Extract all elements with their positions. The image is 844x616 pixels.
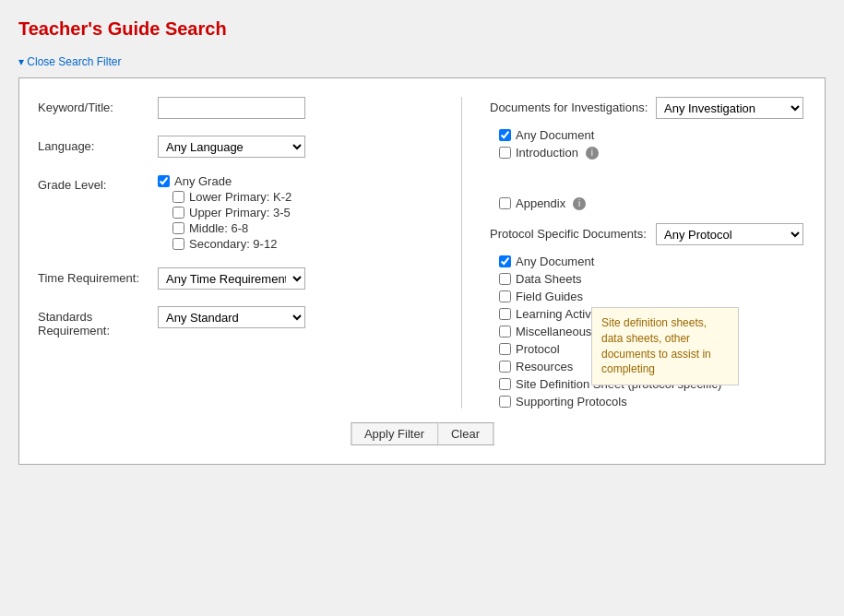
doc-intro-label: Introduction [516, 146, 578, 160]
grade-upper-label: Upper Primary: 3-5 [189, 206, 291, 219]
language-label: Language: [38, 136, 158, 153]
proto-field-label: Field Guides [516, 290, 583, 303]
grade-label: Grade Level: [38, 174, 158, 192]
grade-lower-label: Lower Primary: K-2 [189, 190, 291, 204]
doc-appendix-item: Appendix i [499, 196, 806, 210]
investigation-select[interactable]: Any Investigation Investigation 1 Invest… [656, 97, 803, 119]
apply-button[interactable]: Apply Filter [351, 422, 438, 445]
clear-button[interactable]: Clear [438, 422, 493, 445]
proto-supporting-checkbox[interactable] [499, 396, 511, 408]
language-row: Language: Any Language English Spanish F… [38, 136, 443, 158]
proto-misc-label: Miscellaneous [516, 325, 591, 338]
keyword-label: Keyword/Title: [38, 97, 158, 114]
time-row: Time Requirement: Any Time Requirement 3… [38, 267, 443, 290]
invest-label: Documents for Investigations: [490, 97, 656, 114]
proto-data-item: Data Sheets [499, 272, 806, 286]
standards-label: Standards Requirement: [38, 306, 158, 338]
proto-misc-checkbox[interactable] [499, 326, 511, 338]
proto-site-checkbox[interactable] [499, 378, 511, 390]
doc-appendix-label: Appendix [516, 196, 565, 210]
doc-any-label: Any Document [516, 128, 594, 142]
grade-middle-checkbox[interactable] [172, 222, 184, 234]
proto-resources-checkbox[interactable] [499, 361, 511, 373]
grade-upper-item: Upper Primary: 3-5 [158, 206, 443, 219]
grade-secondary-item: Secondary: 9-12 [158, 237, 443, 251]
time-label: Time Requirement: [38, 267, 158, 285]
page-title: Teacher's Guide Search [18, 18, 826, 40]
protocol-row: Protocol Specific Documents: Any Protoco… [490, 223, 806, 245]
doc-appendix-checkbox[interactable] [499, 197, 511, 209]
language-select[interactable]: Any Language English Spanish French [158, 136, 305, 158]
left-column: Keyword/Title: Language: Any Language En… [38, 97, 462, 409]
grade-middle-item: Middle: 6-8 [158, 221, 443, 235]
keyword-row: Keyword/Title: [38, 97, 443, 119]
proto-field-item: Field Guides [499, 290, 806, 303]
proto-resources-label: Resources [516, 360, 573, 373]
grade-any-label: Any Grade [174, 174, 232, 188]
grade-secondary-checkbox[interactable] [172, 238, 184, 250]
proto-data-label: Data Sheets [516, 272, 582, 286]
standards-select[interactable]: Any Standard NGSS Common Core [158, 306, 305, 328]
proto-protocol-label: Protocol [516, 342, 560, 356]
invest-row: Documents for Investigations: Any Invest… [490, 97, 806, 119]
footer-buttons: Apply Filter Clear [351, 422, 493, 445]
grade-middle-label: Middle: 6-8 [189, 221, 248, 235]
close-filter-link[interactable]: Close Search Filter [18, 55, 121, 68]
proto-supporting-label: Supporting Protocols [516, 395, 627, 409]
protocol-select[interactable]: Any Protocol Protocol A Protocol B [656, 223, 803, 245]
intro-info-icon[interactable]: i [586, 147, 599, 160]
proto-data-checkbox[interactable] [499, 273, 511, 285]
grade-lower-checkbox[interactable] [172, 191, 184, 203]
invest-docs-group: Any Document Introduction i Appendix i [490, 128, 806, 210]
doc-any-checkbox[interactable] [499, 129, 511, 141]
doc-intro-item: Introduction i [499, 146, 806, 160]
proto-supporting-item: Supporting Protocols [499, 395, 806, 409]
doc-any-item: Any Document [499, 128, 806, 142]
proto-any-item: Any Document [499, 255, 806, 268]
keyword-input[interactable] [158, 97, 305, 119]
grade-lower-item: Lower Primary: K-2 [158, 190, 443, 204]
standards-row: Standards Requirement: Any Standard NGSS… [38, 306, 443, 338]
grade-secondary-label: Secondary: 9-12 [189, 237, 277, 251]
grade-any-checkbox[interactable] [158, 175, 170, 187]
proto-any-checkbox[interactable] [499, 255, 511, 267]
grade-any-item: Any Grade [158, 174, 443, 188]
proto-field-checkbox[interactable] [499, 290, 511, 302]
proto-protocol-checkbox[interactable] [499, 343, 511, 355]
grade-upper-checkbox[interactable] [172, 207, 184, 219]
appendix-info-icon[interactable]: i [573, 197, 586, 210]
proto-any-label: Any Document [516, 255, 594, 268]
time-select[interactable]: Any Time Requirement 30 min 60 min 90 mi… [158, 267, 305, 290]
filter-panel: Keyword/Title: Language: Any Language En… [18, 77, 826, 465]
proto-learning-checkbox[interactable] [499, 308, 511, 320]
grade-row: Grade Level: Any Grade Lower Primary: K-… [38, 174, 443, 251]
protocol-label: Protocol Specific Documents: [490, 223, 656, 241]
doc-intro-checkbox[interactable] [499, 147, 511, 159]
tooltip-box: Site definition sheets, data sheets, oth… [591, 307, 739, 385]
